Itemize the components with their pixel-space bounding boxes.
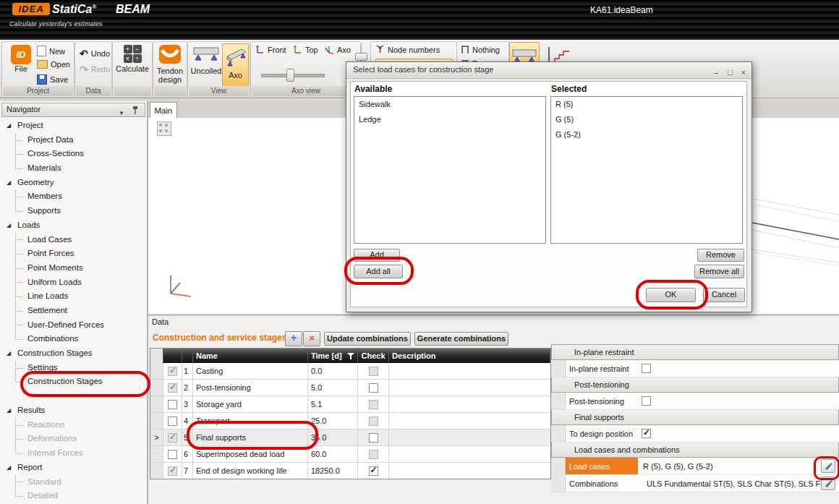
top-view-button[interactable]: Top [293,45,318,54]
nav-item-combinations[interactable]: Combinations [0,332,145,346]
nav-item-internal-forces[interactable]: Internal Forces [0,446,145,461]
tab-main[interactable]: Main [150,102,177,119]
cell-description[interactable] [389,413,550,429]
tendon-design-button[interactable]: Tendondesign [155,45,185,84]
node-numbers-button[interactable]: Node numbers [375,45,440,54]
uncoiled-button[interactable]: Uncoiled [190,44,222,75]
nav-item-construction-stages[interactable]: ◢Construction Stages [0,346,145,361]
row-selector[interactable] [150,446,163,462]
cell-check[interactable] [358,446,389,462]
cell-active[interactable] [163,380,182,396]
check-checkbox[interactable] [369,466,378,476]
stage-checkbox[interactable] [168,450,177,459]
stage-checkbox[interactable] [168,367,177,376]
stage-checkbox[interactable] [168,433,177,443]
nav-item-deformations[interactable]: Deformations [0,432,145,446]
table-row[interactable]: 3 Storage yard 5.1 [150,396,550,413]
inplane-restraint-checkbox[interactable] [642,364,651,373]
nav-item-reactions[interactable]: Reactions [0,418,145,432]
nav-item-load-cases[interactable]: Load Cases [0,233,145,247]
header-time[interactable]: Time [d] [308,349,358,363]
nav-item-detailed[interactable]: Detailed [0,489,145,503]
check-checkbox[interactable] [369,450,378,459]
to-design-position-checkbox[interactable] [642,429,651,438]
axo-view-button[interactable]: Axo [325,45,351,54]
nav-item-report[interactable]: ◢Report [0,461,145,475]
cell-time[interactable]: 5.1 [308,396,358,412]
cell-active[interactable] [163,413,182,429]
cell-name[interactable]: Post-tensioning [193,380,308,396]
check-checkbox[interactable] [369,367,378,376]
nav-item-members[interactable]: Members [0,189,145,204]
undo-button[interactable]: ↶ Undo [80,49,110,58]
cell-active[interactable] [163,396,182,412]
axo-zoom-slider-handle[interactable] [286,69,294,82]
nav-item-point-moments[interactable]: Point Moments [0,261,145,276]
header-name[interactable]: Name [193,349,308,363]
cell-name[interactable]: End of design working life [193,463,308,479]
row-selector[interactable] [150,363,163,379]
cell-description[interactable] [389,380,550,396]
delete-stage-button[interactable]: × [303,331,320,346]
nav-item-materials[interactable]: Materials [0,161,145,176]
new-button[interactable]: New [37,46,65,56]
nav-item-project[interactable]: ◢Project [0,119,145,133]
table-row[interactable]: 2 Post-tensioning 5.0 [150,380,550,396]
selected-listbox[interactable]: R (5) G (5) G (5-2) [550,96,743,244]
dialog-titlebar[interactable]: Select load cases for construction stage… [346,62,751,79]
cell-description[interactable] [389,430,550,445]
cell-description[interactable] [389,396,550,412]
list-item[interactable]: Sidewalk [354,97,545,112]
nav-item-results[interactable]: ◢Results [0,403,145,418]
navigator-header[interactable]: Navigator ▼ [1,103,145,117]
calculate-button[interactable]: + − × ÷ Calculate [115,45,150,73]
check-checkbox[interactable] [369,400,378,409]
filter-icon[interactable] [347,353,354,359]
nav-item-settlement[interactable]: Settlement [0,304,145,318]
nav-item-point-forces[interactable]: Point Forces [0,247,145,261]
open-button[interactable]: Open [37,60,70,69]
cell-check[interactable] [358,396,389,412]
nav-item-loads[interactable]: ◢Loads [0,218,145,233]
cell-active[interactable] [163,363,182,379]
cell-description[interactable] [389,463,550,479]
check-checkbox[interactable] [369,383,378,393]
pin-icon[interactable] [132,106,139,115]
row-selector[interactable] [150,463,163,479]
cancel-button[interactable]: Cancel [703,288,745,302]
chevron-down-icon[interactable]: ▼ [119,107,124,119]
cell-check[interactable] [358,430,389,445]
stage-checkbox[interactable] [168,400,177,409]
cell-name[interactable]: Casting [193,363,308,379]
add-stage-button[interactable]: + [285,331,302,346]
header-check[interactable]: Check [358,349,389,363]
cell-check[interactable] [358,363,389,379]
header-description[interactable]: Description [389,349,550,363]
minimize-icon[interactable]: ‒ [714,65,718,80]
row-selector[interactable] [150,413,163,429]
post-tensioning-checkbox[interactable] [642,396,651,406]
list-item[interactable]: G (5) [551,112,742,127]
front-view-button[interactable]: Front [255,45,286,54]
row-selector[interactable] [150,380,163,396]
cell-active[interactable] [163,430,182,445]
cell-time[interactable]: 0.0 [308,363,358,379]
maximize-icon[interactable]: □ [728,65,733,80]
cell-name[interactable]: Storage yard [193,396,308,412]
cell-time[interactable]: 60.0 [308,446,358,462]
cell-check[interactable] [358,413,389,429]
save-button[interactable]: Save [37,74,68,85]
remove-all-button[interactable]: Remove all [694,265,744,278]
nothing-button[interactable]: Nothing [461,45,500,54]
nav-item-standard[interactable]: Standard [0,475,145,490]
update-combinations-button[interactable]: Update combinations [324,332,411,346]
axo-button[interactable]: Axo [222,43,249,93]
cell-active[interactable] [163,446,182,462]
nav-item-uniform-loads[interactable]: Uniform Loads [0,276,145,290]
cell-description[interactable] [389,363,550,379]
table-row[interactable]: 1 Casting 0.0 [150,363,550,380]
cell-description[interactable] [389,446,550,462]
stage-checkbox[interactable] [168,466,177,476]
cell-time[interactable]: 5.0 [308,380,358,396]
nav-item-project-data[interactable]: Project Data [0,133,145,148]
